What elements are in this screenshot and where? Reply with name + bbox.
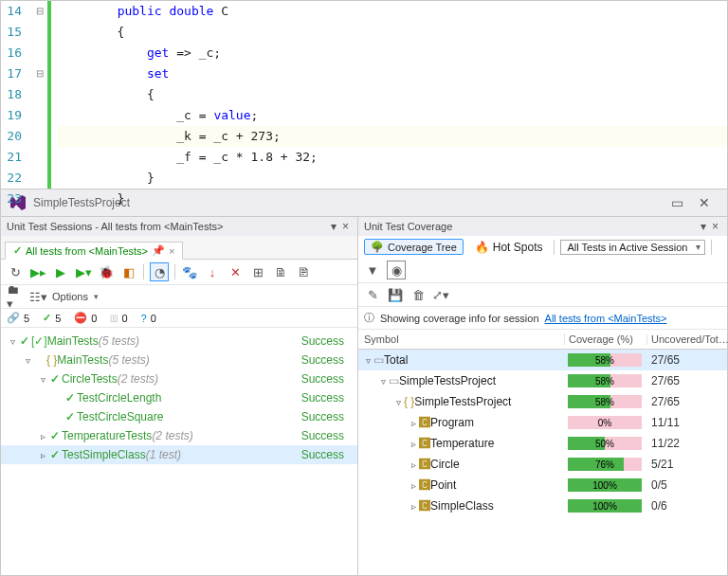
layout-icon[interactable]: ☷▾ [29,288,46,305]
test-tree-row[interactable]: ✓ TestCircleSquareSuccess [1,407,357,426]
coverage-row[interactable]: ▹ 🅲 Program0%11/11 [358,412,727,433]
module-icon: ▭ [389,374,399,387]
chevron-icon[interactable]: ▹ [408,501,419,512]
chevron-icon[interactable]: ▿ [7,336,18,347]
coverage-row[interactable]: ▿ ▭ SimpleTestsProject58%27/65 [358,370,727,391]
coverage-icon[interactable]: ◧ [120,263,137,280]
chevron-icon[interactable]: ▹ [37,450,48,460]
col-uncovered[interactable]: Uncovered/Tot… [647,333,727,345]
session-select[interactable]: All Tests in Active Session [560,240,705,255]
uncovered-label: 27/65 [647,395,727,408]
col-coverage[interactable]: Coverage (%) [565,333,647,345]
class-icon: 🅲 [419,458,430,471]
sessions-tabstrip: ✓ All tests from <MainTests> 📌 × [1,236,357,260]
chevron-icon[interactable]: ▿ [392,397,404,407]
test-status: Success [301,334,352,348]
passed-icon: ✓ [43,312,51,324]
coverage-bar: 50% [568,437,642,450]
export-icon[interactable]: 🖹 [295,263,312,280]
test-status: Success [301,353,352,367]
info-session-link[interactable]: All tests from <MainTests> [545,313,667,324]
coverage-row[interactable]: ▹ 🅲 Temperature50%11/22 [358,433,727,454]
test-tree-row[interactable]: ✓ TestCircleLengthSuccess [1,388,357,407]
coverage-row[interactable]: ▿ { } SimpleTestsProject58%27/65 [358,391,727,412]
chevron-icon[interactable]: ▹ [408,418,419,428]
save-snapshot-icon[interactable]: 💾 [387,286,404,303]
test-tree-row[interactable]: ▹✓ TemperatureTests (2 tests)Success [1,426,357,445]
coverage-bar: 0% [568,416,642,429]
code-editor[interactable]: 14151617181920212223 ⊟⊟ public double C … [0,0,728,189]
tab-close-icon[interactable]: × [169,245,174,257]
coverage-row[interactable]: ▿ ▭ Total58%27/65 [358,350,727,370]
delete-icon[interactable]: 🗑 [410,286,427,303]
pin-icon[interactable]: 📌 [152,244,165,257]
sessions-panel-title: Unit Test Sessions - All tests from <Mai… [1,217,357,236]
close-panel-icon[interactable]: × [339,220,352,233]
chevron-icon[interactable]: ▿ [362,355,373,366]
uncovered-label: 0/6 [647,499,727,513]
symbol-label: SimpleTestsProject [399,374,496,387]
profile-icon[interactable]: ◔ [150,262,169,281]
flame-icon: 🔥 [475,241,489,254]
dropdown-icon[interactable]: ▾ [698,220,709,233]
debug-icon[interactable]: 🐞 [98,263,115,280]
test-tree-row[interactable]: ▿✓ CircleTests (2 tests)Success [1,369,357,388]
chevron-icon[interactable]: ▹ [408,480,419,491]
chevron-icon[interactable]: ▹ [408,459,419,470]
test-label: TemperatureTests [62,429,152,442]
chevron-icon[interactable]: ▿ [377,376,389,387]
coverage-row[interactable]: ▹ 🅲 SimpleClass100%0/6 [358,495,727,516]
remove-icon[interactable]: ✕ [227,263,244,280]
test-tree-row[interactable]: ▹✓ TestSimpleClass (1 test)Success [1,445,357,464]
test-status: Success [301,448,352,461]
session-tab[interactable]: ✓ All tests from <MainTests> 📌 × [5,242,183,260]
chevron-icon[interactable]: ▹ [408,439,419,449]
coverage-tree[interactable]: ▿ ▭ Total58%27/65▿ ▭ SimpleTestsProject5… [358,350,727,575]
test-tree-row[interactable]: ▿{ } MainTests (5 tests)Success [1,351,357,369]
sync-icon[interactable]: ◉ [387,261,406,279]
chevron-icon[interactable]: ▿ [37,374,48,385]
unit-test-sessions-panel: Unit Test Sessions - All tests from <Mai… [1,217,358,575]
coverage-tree-label: Coverage Tree [388,242,457,253]
coverage-bar: 100% [568,499,642,513]
run-icon[interactable]: ▶ [52,263,69,280]
save-icon[interactable]: 🗎 [272,263,289,280]
hotspots-button[interactable]: 🔥 Hot Spots [469,240,549,255]
dropdown-icon[interactable]: ▾ [328,220,339,233]
highlight-icon[interactable]: ✎ [364,286,381,303]
track-icon[interactable]: 🐾 [181,263,198,280]
options-dropdown[interactable]: Options [52,291,88,302]
symbol-label: SimpleTestsProject [414,395,511,408]
run-all-icon[interactable]: ▶▸ [29,263,46,280]
code-area[interactable]: public double C { get => _c; set { _c = … [58,1,727,209]
symbol-label: SimpleClass [430,499,494,513]
coverage-panel: Unit Test Coverage ▾ × 🌳 Coverage Tree 🔥… [358,217,727,575]
symbol-label: Total [384,353,408,367]
test-tree[interactable]: ▿✓[✓] MainTests (5 tests)Success▿{ } Mai… [1,328,357,575]
col-symbol[interactable]: Symbol [358,333,565,345]
filter-icon[interactable]: ▼ [364,261,381,279]
expand-icon[interactable]: ⤢▾ [432,286,449,303]
refresh-icon[interactable]: ↻ [7,263,24,280]
coverage-row[interactable]: ▹ 🅲 Circle76%5/21 [358,454,727,475]
chevron-icon[interactable]: ▿ [22,355,33,366]
test-label: MainTests [57,353,108,367]
fold-gutter[interactable]: ⊟⊟ [32,1,47,189]
test-meta: (2 tests) [118,372,158,386]
coverage-tree-chip[interactable]: 🌳 Coverage Tree [364,239,464,255]
chevron-icon[interactable]: ▹ [37,431,48,441]
run-menu-icon[interactable]: ▶▾ [75,263,92,280]
sessions-toolbar-2: 🖿▾ ☷▾ Options ▾ [1,285,357,309]
stop-icon[interactable]: ↓ [204,263,221,280]
stat-unknown: 0 [151,313,156,324]
close-panel-icon[interactable]: × [709,220,721,233]
stat-passed: 5 [55,313,61,324]
test-meta: (5 tests) [108,353,149,367]
stat-failed: 0 [91,313,97,324]
new-session-icon[interactable]: ⊞ [249,263,266,280]
test-tree-row[interactable]: ▿✓[✓] MainTests (5 tests)Success [1,332,357,351]
test-status: Success [301,410,352,423]
group-icon[interactable]: 🖿▾ [7,288,24,305]
coverage-row[interactable]: ▹ 🅲 Point100%0/5 [358,475,727,495]
test-meta: (5 tests) [99,334,139,348]
